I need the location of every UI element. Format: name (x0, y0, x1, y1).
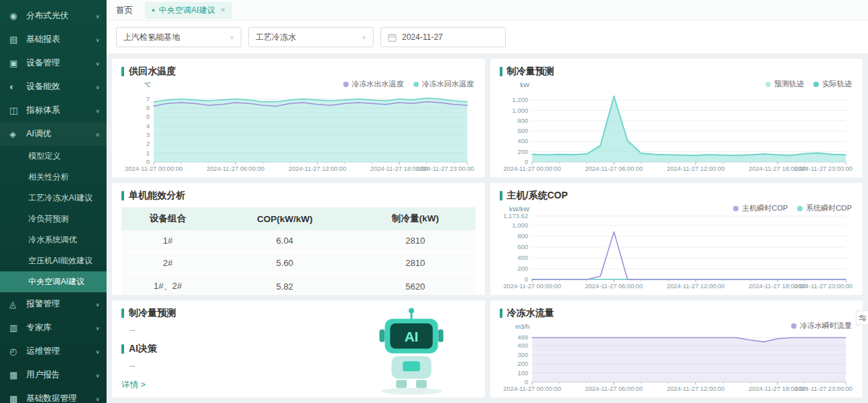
panel-title-text: 冷冻水流量 (507, 307, 554, 319)
svg-text:0: 0 (146, 158, 150, 165)
legend-item[interactable]: 冷冻水瞬时流量 (791, 321, 852, 331)
cooling-forecast-chart[interactable]: 02004006008001,0001,200kW2024-11-27 00:0… (500, 82, 854, 173)
sidebar-item-label: 指标体系 (26, 105, 95, 116)
filter-bar: 上汽检氢能基地 ∨ 工艺冷冻水 ∨ 2024-11-27 (107, 21, 868, 53)
tab-central-ac-ai[interactable]: • 中央空调AI建议 × (145, 2, 232, 19)
chilled-water-flow-chart[interactable]: 0100200300400489m3/h2024-11-27 00:00:002… (500, 323, 854, 394)
column-header: 制冷量(kW) (355, 207, 475, 230)
svg-text:2024-11-27 06:00:00: 2024-11-27 06:00:00 (585, 283, 643, 290)
sidebar-subitem-process-chilled-water-ai[interactable]: 工艺冷冻水AI建议 (0, 188, 107, 209)
site-select[interactable]: 上汽检氢能基地 ∨ (116, 27, 241, 47)
sidebar-item-operations-management[interactable]: ◴ 运维管理 ∨ (0, 340, 107, 363)
sidebar-item-alarm-management[interactable]: ◬ 报警管理 ∨ (0, 292, 107, 316)
panel-title-text: 制冷量预测 (507, 65, 554, 78)
panel-title: 主机/系统COP (500, 190, 854, 202)
sidebar-item-label: 基础数据管理 (26, 393, 95, 403)
legend-item[interactable]: 冷冻水出水温度 (343, 79, 404, 89)
sidebar-item-distributed-pv[interactable]: ◉ 分布式光伏 ∨ (0, 4, 107, 28)
chart-legend: 冷冻水出水温度冷冻水回水温度 (343, 79, 474, 89)
legend-dot-icon (813, 82, 819, 87)
panel-title: 制冷量预测 (121, 307, 347, 319)
ai-tuning-submenu: 模型定义 相关性分析 工艺冷冻水AI建议 冷负荷预测 冷水系统调优 空压机AI能… (0, 146, 107, 292)
tune-icon[interactable] (856, 311, 868, 325)
svg-text:2024-11-27 12:00:00: 2024-11-27 12:00:00 (666, 283, 724, 290)
svg-text:2024-11-27 12:00:00: 2024-11-27 12:00:00 (666, 165, 724, 172)
sidebar-item-basic-data-management[interactable]: ▩ 基础数据管理 ∨ (0, 387, 107, 403)
svg-text:2024-11-27 00:00:00: 2024-11-27 00:00:00 (503, 385, 561, 392)
ai-robot-illustration: AI (347, 307, 475, 394)
sidebar-item-indicator-system[interactable]: ◫ 指标体系 ∨ (0, 99, 107, 122)
title-accent-bar (121, 67, 124, 76)
sidebar-item-expert-library[interactable]: ▥ 专家库 ∨ (0, 316, 107, 340)
detail-link[interactable]: 详情 > (121, 379, 347, 394)
svg-text:2024-11-27 23:00:00: 2024-11-27 23:00:00 (416, 165, 474, 172)
svg-text:0: 0 (524, 158, 527, 165)
svg-text:3: 3 (146, 131, 150, 138)
tab-label: 中央空调AI建议 (159, 5, 215, 16)
sidebar-item-basic-reports[interactable]: ▤ 基础报表 ∨ (0, 28, 107, 51)
system-select-value: 工艺冷冻水 (256, 32, 296, 43)
sidebar-subitem-correlation-analysis[interactable]: 相关性分析 (0, 167, 107, 188)
legend-item[interactable]: 系统瞬时COP (797, 203, 852, 213)
column-header: 设备组合 (121, 207, 214, 230)
sidebar-item-label: 设备管理 (26, 57, 95, 69)
table-cell: 1# (121, 230, 214, 252)
legend-item[interactable]: 主机瞬时COP (733, 203, 788, 213)
svg-text:800: 800 (517, 117, 528, 124)
title-accent-bar (121, 191, 124, 200)
panel-cooling-forecast: 制冷量预测 预测轨迹实际轨迹 02004006008001,0001,200kW… (490, 59, 863, 178)
sidebar-subitem-air-compressor-ai[interactable]: 空压机AI能效建议 (0, 250, 107, 271)
ai-decision-body: 制冷量预测 -- AI决策 -- 详情 > (121, 307, 475, 394)
breadcrumb-home[interactable]: 首页 (116, 5, 133, 16)
legend-item[interactable]: 实际轨迹 (813, 79, 852, 89)
legend-item[interactable]: 预测轨迹 (765, 79, 804, 89)
sidebar-subitem-chilled-water-system-tuning[interactable]: 冷水系统调优 (0, 230, 107, 250)
svg-text:2024-11-27 23:00:00: 2024-11-27 23:00:00 (794, 385, 852, 392)
svg-text:200: 200 (517, 265, 528, 272)
sidebar-subitem-model-definition[interactable]: 模型定义 (0, 146, 107, 167)
sidebar-item-device-efficiency[interactable]: ◐ 设备能效 ∨ (0, 75, 107, 99)
panel-title-text: 主机/系统COP (507, 190, 568, 202)
cop-chart[interactable]: 02004006008001,0001,173.62kW/kW2024-11-2… (500, 206, 854, 291)
svg-text:400: 400 (517, 342, 528, 349)
legend-dot-icon (343, 82, 349, 87)
efficiency-table: 设备组合 COP(kW/kW) 制冷量(kW) 1# 6.04 2810 2# (121, 207, 475, 295)
chart-legend: 预测轨迹实际轨迹 (765, 79, 852, 89)
svg-text:m3/h: m3/h (515, 323, 529, 330)
svg-text:7: 7 (146, 95, 150, 103)
system-select[interactable]: 工艺冷冻水 ∨ (248, 27, 374, 47)
panel-unit-efficiency: 单机能效分析 设备组合 COP(kW/kW) 制冷量(kW) 1# 6.04 (112, 183, 485, 295)
legend-item[interactable]: 冷冻水回水温度 (413, 79, 474, 89)
user-report-icon: ▦ (9, 370, 22, 380)
expert-icon: ▥ (9, 323, 22, 333)
chart-legend: 冷冻水瞬时流量 (791, 321, 852, 331)
panel-supply-return-temp: 供回水温度 冷冻水出水温度冷冻水回水温度 01234567℃2024-11-27… (112, 59, 485, 178)
panel-cop: 主机/系统COP 主机瞬时COP系统瞬时COP 02004006008001,0… (490, 183, 863, 295)
svg-text:400: 400 (517, 137, 528, 144)
svg-text:1,000: 1,000 (512, 107, 528, 114)
ai-robot-svg: AI (361, 305, 461, 396)
close-icon[interactable]: × (221, 5, 225, 15)
date-picker[interactable]: 2024-11-27 (380, 27, 506, 47)
legend-label: 主机瞬时COP (742, 203, 788, 213)
legend-label: 冷冻水出水温度 (352, 79, 404, 89)
svg-text:2024-11-27 06:00:00: 2024-11-27 06:00:00 (585, 165, 643, 172)
table-cell: 2# (121, 252, 214, 274)
supply-return-temp-chart[interactable]: 01234567℃2024-11-27 00:00:002024-11-27 0… (121, 82, 475, 173)
svg-text:2024-11-27 12:00:00: 2024-11-27 12:00:00 (666, 385, 724, 392)
sidebar-subitem-cooling-load-forecast[interactable]: 冷负荷预测 (0, 209, 107, 230)
sidebar-item-ai-tuning[interactable]: ◈ AI调优 ∧ (0, 122, 107, 146)
sidebar-item-label: 基础报表 (26, 34, 95, 45)
panel-chilled-water-flow: 冷冻水流量 冷冻水瞬时流量 0100200300400489m3/h2024-1… (490, 300, 863, 398)
sidebar-item-user-reports[interactable]: ▦ 用户报告 ∨ (0, 363, 107, 387)
sidebar-subitem-central-ac-ai[interactable]: 中央空调AI建议 (0, 271, 107, 292)
svg-text:4: 4 (146, 122, 150, 130)
table-row: 1#、2# 5.82 5620 (121, 274, 475, 295)
svg-text:1: 1 (146, 149, 150, 157)
svg-text:kW/kW: kW/kW (509, 206, 529, 213)
main-area: 首页 • 中央空调AI建议 × 上汽检氢能基地 ∨ 工艺冷冻水 ∨ (107, 0, 868, 403)
sidebar-item-device-management[interactable]: ▣ 设备管理 ∨ (0, 51, 107, 75)
forecast-value: -- (129, 325, 347, 335)
table-cell: 5.82 (214, 274, 355, 295)
title-accent-bar (121, 308, 124, 318)
